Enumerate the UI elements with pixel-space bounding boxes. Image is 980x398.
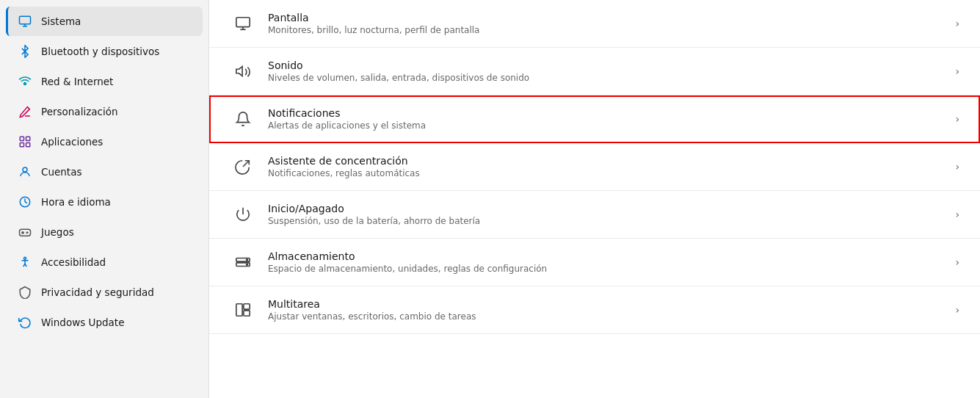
cuentas-icon	[18, 164, 32, 179]
inicio-apagado-title: Inicio/Apagado	[268, 203, 955, 214]
asistente-subtitle: Notificaciones, reglas automáticas	[268, 168, 955, 178]
svg-rect-6	[20, 143, 23, 147]
svg-rect-26	[236, 304, 242, 316]
settings-row-asistente[interactable]: Asistente de concentraciónNotificaciones…	[209, 143, 980, 191]
almacenamiento-subtitle: Espacio de almacenamiento, unidades, reg…	[268, 264, 955, 274]
privacidad-icon	[18, 285, 32, 300]
notificaciones-subtitle: Alertas de aplicaciones y el sistema	[268, 120, 955, 131]
asistente-chevron: ›	[955, 161, 959, 173]
pantalla-icon	[230, 10, 256, 37]
sidebar-item-label-bluetooth: Bluetooth y dispositivos	[41, 46, 159, 57]
svg-rect-5	[26, 137, 30, 140]
notificaciones-icon	[230, 106, 256, 132]
almacenamiento-chevron: ›	[955, 256, 959, 268]
asistente-icon	[230, 153, 256, 180]
inicio-apagado-chevron: ›	[955, 209, 959, 220]
svg-point-3	[24, 83, 26, 85]
windows-update-icon	[18, 315, 32, 330]
sidebar-item-bluetooth[interactable]: Bluetooth y dispositivos	[6, 37, 203, 66]
pantalla-title: Pantalla	[268, 12, 955, 23]
sidebar-item-red[interactable]: Red & Internet	[6, 67, 203, 96]
sidebar-item-label-aplicaciones: Aplicaciones	[41, 136, 103, 148]
svg-point-14	[22, 232, 23, 234]
sidebar-item-privacidad[interactable]: Privacidad y seguridad	[6, 278, 203, 307]
pantalla-subtitle: Monitores, brillo, luz nocturna, perfil …	[268, 25, 955, 35]
svg-rect-4	[20, 137, 23, 140]
sonido-title: Sonido	[268, 59, 955, 71]
sidebar-item-juegos[interactable]: Juegos	[6, 217, 203, 247]
settings-row-inicio-apagado[interactable]: Inicio/ApagadoSuspensión, uso de la bate…	[209, 191, 980, 239]
multitarea-subtitle: Ajustar ventanas, escritorios, cambio de…	[268, 311, 955, 322]
svg-rect-7	[26, 143, 30, 147]
settings-row-notificaciones[interactable]: NotificacionesAlertas de aplicaciones y …	[209, 95, 980, 143]
juegos-icon	[18, 225, 32, 239]
personalizacion-icon	[18, 104, 32, 119]
sidebar-item-label-juegos: Juegos	[41, 226, 74, 238]
sistema-icon	[18, 14, 32, 29]
svg-rect-28	[244, 311, 250, 316]
sidebar-item-label-windows-update: Windows Update	[41, 316, 124, 328]
svg-point-8	[23, 167, 27, 172]
svg-point-24	[247, 259, 248, 261]
svg-marker-21	[236, 67, 242, 76]
multitarea-icon	[230, 297, 256, 323]
svg-line-11	[25, 202, 27, 203]
multitarea-title: Multitarea	[268, 298, 955, 310]
sidebar-item-aplicaciones[interactable]: Aplicaciones	[6, 127, 203, 156]
almacenamiento-icon	[230, 249, 256, 275]
settings-row-multitarea[interactable]: MultitareaAjustar ventanas, escritorios,…	[209, 286, 980, 334]
main-content: PantallaMonitores, brillo, luz nocturna,…	[209, 0, 980, 398]
sidebar-item-cuentas[interactable]: Cuentas	[6, 157, 203, 187]
sidebar-item-windows-update[interactable]: Windows Update	[6, 308, 203, 337]
almacenamiento-title: Almacenamiento	[268, 250, 955, 262]
inicio-apagado-icon	[230, 201, 256, 228]
sidebar-item-sistema[interactable]: Sistema	[6, 7, 203, 36]
hora-icon	[18, 195, 32, 209]
sidebar: SistemaBluetooth y dispositivosRed & Int…	[0, 0, 209, 398]
svg-rect-12	[20, 229, 31, 236]
sonido-icon	[230, 58, 256, 84]
svg-rect-18	[236, 18, 250, 27]
sidebar-item-label-accesibilidad: Accesibilidad	[41, 256, 106, 268]
settings-row-pantalla[interactable]: PantallaMonitores, brillo, luz nocturna,…	[209, 0, 980, 48]
settings-list: PantallaMonitores, brillo, luz nocturna,…	[209, 0, 980, 334]
asistente-title: Asistente de concentración	[268, 155, 955, 167]
notificaciones-chevron: ›	[955, 113, 959, 125]
sidebar-item-label-hora: Hora e idioma	[41, 196, 111, 208]
sidebar-item-label-cuentas: Cuentas	[41, 166, 81, 178]
svg-rect-0	[20, 16, 31, 24]
sidebar-item-label-red: Red & Internet	[41, 76, 113, 87]
svg-point-25	[247, 264, 248, 265]
accesibilidad-icon	[18, 255, 32, 269]
sidebar-item-personalizacion[interactable]: Personalización	[6, 97, 203, 126]
multitarea-chevron: ›	[955, 304, 959, 316]
sidebar-item-label-personalizacion: Personalización	[41, 106, 118, 117]
sidebar-item-label-privacidad: Privacidad y seguridad	[41, 286, 154, 298]
sidebar-item-accesibilidad[interactable]: Accesibilidad	[6, 247, 203, 277]
sonido-chevron: ›	[955, 65, 959, 77]
sidebar-item-hora[interactable]: Hora e idioma	[6, 187, 203, 217]
svg-point-17	[24, 257, 26, 259]
svg-rect-27	[244, 304, 250, 309]
bluetooth-icon	[18, 44, 32, 59]
notificaciones-title: Notificaciones	[268, 107, 955, 119]
sidebar-item-label-sistema: Sistema	[41, 15, 81, 27]
pantalla-chevron: ›	[955, 18, 959, 29]
settings-row-sonido[interactable]: SonidoNiveles de volumen, salida, entrad…	[209, 48, 980, 95]
sonido-subtitle: Niveles de volumen, salida, entrada, dis…	[268, 73, 955, 83]
settings-row-almacenamiento[interactable]: AlmacenamientoEspacio de almacenamiento,…	[209, 239, 980, 286]
red-icon	[18, 74, 32, 89]
aplicaciones-icon	[18, 134, 32, 149]
inicio-apagado-subtitle: Suspensión, uso de la batería, ahorro de…	[268, 216, 955, 226]
